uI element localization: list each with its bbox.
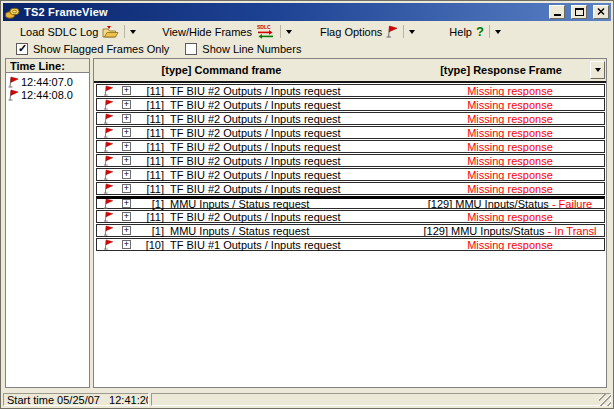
expand-button[interactable]: + [122, 226, 131, 235]
expand-button[interactable]: + [122, 128, 131, 137]
response-cell: Missing response [410, 127, 610, 138]
show-line-numbers-checkbox[interactable]: Show Line Numbers [185, 43, 301, 55]
frame-row[interactable]: + [11] TF BIU #2 Outputs / Inputs reques… [96, 182, 605, 195]
response-status-text: Missing response [467, 155, 553, 166]
flag-icon [103, 225, 114, 236]
column-options-dropdown[interactable] [590, 61, 605, 79]
maximize-button[interactable] [571, 5, 587, 19]
command-frame-text: MMU Inputs / Status request [170, 198, 309, 210]
resize-grip-icon[interactable] [599, 394, 611, 406]
load-sdlc-log-button[interactable]: Load SDLC Log [20, 25, 136, 38]
response-cell: Missing response [410, 99, 610, 110]
chevron-down-icon[interactable] [409, 30, 415, 34]
checkmark-icon: ✓ [18, 42, 27, 54]
minimize-button[interactable] [549, 5, 565, 19]
command-frame-text: TF BIU #2 Outputs / Inputs request [170, 127, 341, 139]
frame-row[interactable]: + [11] TF BIU #2 Outputs / Inputs reques… [96, 98, 605, 111]
expand-button[interactable]: + [122, 156, 131, 165]
frame-rows: + [11] TF BIU #2 Outputs / Inputs reques… [94, 83, 606, 251]
timeline-list[interactable]: 12:44:07.0 12:44:08.0 [5, 72, 90, 388]
start-time-status: Start time 05/25/07 12:41:20.0 [3, 393, 149, 406]
command-frame-text: TF BIU #2 Outputs / Inputs request [170, 211, 341, 223]
close-button[interactable] [593, 5, 609, 19]
window-title: TS2 FrameView [24, 6, 543, 18]
checkbox-checked[interactable]: ✓ [16, 43, 28, 55]
expand-button[interactable]: + [122, 86, 131, 95]
sdlc-frames-icon: SDLC [256, 24, 275, 39]
frame-row[interactable]: + [11] TF BIU #2 Outputs / Inputs reques… [96, 112, 605, 125]
help-button[interactable]: Help ? [449, 25, 501, 38]
show-line-numbers-label: Show Line Numbers [202, 43, 301, 55]
minimize-icon [554, 14, 561, 16]
response-status-text: - In Transl [548, 225, 597, 236]
view-hide-frames-button[interactable]: View/Hide Frames SDLC [162, 24, 292, 39]
frame-type: [11] [138, 169, 164, 181]
chevron-down-icon[interactable] [495, 30, 501, 34]
help-question-icon: ? [476, 25, 484, 38]
frame-type: [11] [138, 211, 164, 223]
response-status-text: Missing response [467, 169, 553, 180]
expand-button[interactable]: + [122, 142, 131, 151]
frame-row[interactable]: + [11] TF BIU #2 Outputs / Inputs reques… [96, 140, 605, 153]
command-frame-text: TF BIU #2 Outputs / Inputs request [170, 99, 341, 111]
checkbox-unchecked[interactable] [185, 43, 197, 55]
command-frame-text: TF BIU #2 Outputs / Inputs request [170, 85, 341, 97]
response-status-text: - Failure [552, 199, 592, 208]
expand-button[interactable]: + [122, 170, 131, 179]
chevron-down-icon[interactable] [286, 30, 292, 34]
frame-type: [1] [138, 225, 164, 237]
response-cell: Missing response [410, 155, 610, 166]
frame-type: [11] [138, 183, 164, 195]
expand-button[interactable]: + [122, 212, 131, 221]
frame-row[interactable]: + [10] TF BIU #1 Outputs / Inputs reques… [96, 238, 605, 251]
response-cell: [129] MMU Inputs/Status - Failure [410, 199, 610, 208]
response-cell: Missing response [410, 141, 610, 152]
expand-button[interactable]: + [122, 184, 131, 193]
chevron-down-icon [595, 68, 601, 72]
help-label: Help [449, 26, 472, 38]
chevron-down-icon[interactable] [130, 30, 136, 34]
flag-options-button[interactable]: Flag Options [320, 25, 415, 38]
frame-row[interactable]: + [1] MMU Inputs / Status request [129] … [96, 224, 605, 237]
frame-row[interactable]: + [11] TF BIU #2 Outputs / Inputs reques… [96, 168, 605, 181]
flag-options-label: Flag Options [320, 26, 382, 38]
response-status-text: Missing response [467, 183, 553, 194]
frame-row[interactable]: + [11] TF BIU #2 Outputs / Inputs reques… [96, 84, 605, 97]
command-frame-text: TF BIU #2 Outputs / Inputs request [170, 113, 341, 125]
response-status-text: Missing response [467, 113, 553, 124]
command-frame-column-header: [type] Command frame [94, 59, 349, 81]
frame-type: [11] [138, 85, 164, 97]
flag-icon [103, 155, 114, 166]
open-folder-icon [102, 25, 119, 38]
timeline-item[interactable]: 12:44:07.0 [7, 75, 88, 88]
frame-row[interactable]: + [11] TF BIU #2 Outputs / Inputs reques… [96, 126, 605, 139]
frame-type: [11] [138, 113, 164, 125]
response-cell: Missing response [410, 239, 610, 250]
options-row: ✓ Show Flagged Frames Only Show Line Num… [3, 42, 611, 56]
flag-icon [103, 99, 114, 110]
expand-button[interactable]: + [122, 240, 131, 249]
response-status-text: Missing response [467, 99, 553, 110]
frame-row[interactable]: + [1] MMU Inputs / Status request [129] … [96, 196, 605, 209]
expand-button[interactable]: + [122, 114, 131, 123]
show-flagged-frames-checkbox[interactable]: ✓ Show Flagged Frames Only [16, 43, 169, 55]
timeline-item[interactable]: 12:44:08.0 [7, 88, 88, 101]
toolbar-separator [280, 25, 281, 38]
svg-text:SDLC: SDLC [257, 24, 271, 30]
frame-row[interactable]: + [11] TF BIU #2 Outputs / Inputs reques… [96, 154, 605, 167]
flag-icon [103, 113, 114, 124]
flag-icon [8, 89, 19, 101]
timeline-time: 12:44:07.0 [21, 76, 73, 88]
frame-type: [11] [138, 141, 164, 153]
response-frame-text: [129] MMU Inputs/Status [423, 225, 547, 236]
expand-button[interactable]: + [122, 199, 131, 208]
toolbar-separator [403, 25, 404, 38]
show-flagged-frames-label: Show Flagged Frames Only [33, 43, 169, 55]
response-status-text: Missing response [467, 127, 553, 138]
close-icon [597, 8, 605, 15]
response-status-text: Missing response [467, 211, 553, 222]
expand-button[interactable]: + [122, 100, 131, 109]
frame-row[interactable]: + [11] TF BIU #2 Outputs / Inputs reques… [96, 210, 605, 223]
response-status-text: Missing response [467, 141, 553, 152]
response-status-text: Missing response [467, 239, 553, 250]
